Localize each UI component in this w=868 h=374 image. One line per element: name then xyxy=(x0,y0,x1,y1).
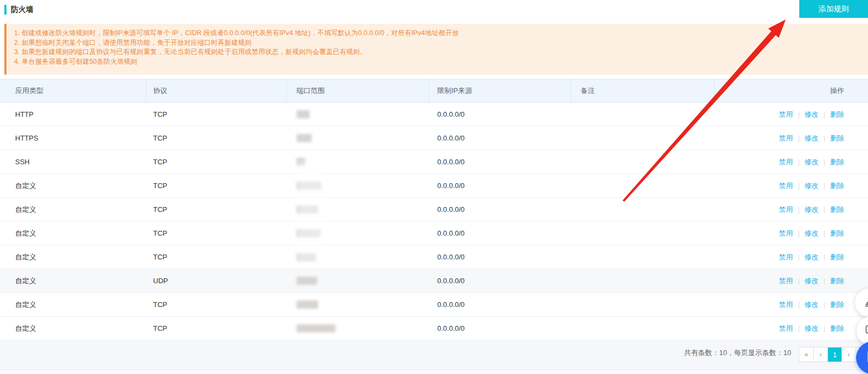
protocol-cell: TCP xyxy=(146,103,287,126)
action-disable-link[interactable]: 禁用 xyxy=(779,300,793,310)
actions-cell: 禁用|修改|删除 xyxy=(714,293,868,316)
remark-cell xyxy=(571,174,714,197)
pagination-summary: 共有条数：10，每页显示条数：10 xyxy=(684,348,791,358)
protocol-cell: TCP xyxy=(146,126,287,150)
action-separator: | xyxy=(824,110,825,118)
table-row: 自定义TCP0.0.0.0/0禁用|修改|删除 xyxy=(0,174,868,198)
remark-cell xyxy=(571,126,714,150)
port-redacted-block xyxy=(297,229,320,237)
port-range-cell xyxy=(287,317,429,340)
action-separator: | xyxy=(824,134,825,142)
action-disable-link[interactable]: 禁用 xyxy=(779,324,793,333)
protocol-cell: TCP xyxy=(146,198,287,221)
action-separator: | xyxy=(824,182,825,190)
app-type-cell: 自定义 xyxy=(0,269,146,292)
header-protocol: 协议 xyxy=(146,79,287,102)
action-modify-link[interactable]: 修改 xyxy=(805,181,819,191)
action-disable-link[interactable]: 禁用 xyxy=(779,181,793,191)
action-disable-link[interactable]: 禁用 xyxy=(779,229,793,238)
action-delete-link[interactable]: 删除 xyxy=(830,324,844,333)
pencil-edit-icon xyxy=(863,295,868,310)
port-redacted-block xyxy=(297,253,316,261)
actions-cell: 禁用|修改|删除 xyxy=(714,150,868,173)
protocol-cell: TCP xyxy=(146,174,287,197)
table-body: HTTPTCP0.0.0.0/0禁用|修改|删除HTTPSTCP0.0.0.0/… xyxy=(0,103,868,340)
port-range-cell xyxy=(287,269,429,292)
app-type-cell: 自定义 xyxy=(0,174,146,197)
action-separator: | xyxy=(824,324,825,332)
action-disable-link[interactable]: 禁用 xyxy=(779,110,793,119)
remark-cell xyxy=(571,103,714,126)
action-modify-link[interactable]: 修改 xyxy=(805,276,819,286)
table-row: SSHTCP0.0.0.0/0禁用|修改|删除 xyxy=(0,150,868,174)
table-row: 自定义TCP0.0.0.0/0禁用|修改|删除 xyxy=(0,245,868,269)
action-modify-link[interactable]: 修改 xyxy=(805,110,819,119)
port-redacted-block xyxy=(297,110,310,118)
port-range-cell xyxy=(287,150,429,173)
ip-source-cell: 0.0.0.0/0 xyxy=(429,103,571,126)
action-disable-link[interactable]: 禁用 xyxy=(779,252,793,262)
pagination-page-1[interactable]: 1 xyxy=(827,348,841,362)
action-disable-link[interactable]: 禁用 xyxy=(779,133,793,143)
port-range-cell xyxy=(287,174,429,197)
firewall-rules-table: 应用类型 协议 端口范围 限制IP来源 备注 操作 HTTPTCP0.0.0.0… xyxy=(0,79,868,340)
action-disable-link[interactable]: 禁用 xyxy=(779,157,793,167)
port-redacted-block xyxy=(297,134,312,142)
pagination-next-button[interactable]: › xyxy=(841,348,856,362)
remark-cell xyxy=(571,269,714,292)
app-type-cell: 自定义 xyxy=(0,245,146,269)
page-title: 防火墙 xyxy=(11,5,34,15)
action-separator: | xyxy=(798,229,799,237)
pagination-first-button[interactable]: « xyxy=(799,348,813,362)
app-type-cell: 自定义 xyxy=(0,317,146,340)
pagination-prev-button[interactable]: ‹ xyxy=(813,348,827,362)
protocol-cell: TCP xyxy=(146,293,287,316)
service-panel-icon xyxy=(865,350,868,366)
actions-cell: 禁用|修改|删除 xyxy=(714,174,868,197)
action-delete-link[interactable]: 删除 xyxy=(830,133,844,143)
ip-source-cell: 0.0.0.0/0 xyxy=(429,293,571,316)
firewall-notice-banner: 1. 创建或修改防火墙规则时，限制IP来源可填写单个 IP，CIDR 段或者0.… xyxy=(4,24,868,75)
port-redacted-block xyxy=(297,324,336,332)
action-separator: | xyxy=(798,324,799,332)
action-modify-link[interactable]: 修改 xyxy=(805,324,819,333)
remark-cell xyxy=(571,317,714,340)
notice-line: 1. 创建或修改防火墙规则时，限制IP来源可填写单个 IP，CIDR 段或者0.… xyxy=(14,29,868,38)
protocol-cell: TCP xyxy=(146,222,287,245)
action-modify-link[interactable]: 修改 xyxy=(805,205,819,215)
action-modify-link[interactable]: 修改 xyxy=(805,133,819,143)
app-type-cell: SSH xyxy=(0,150,146,173)
port-redacted-block xyxy=(297,182,321,190)
action-separator: | xyxy=(798,205,799,213)
port-redacted-block xyxy=(297,158,305,166)
action-modify-link[interactable]: 修改 xyxy=(805,157,819,167)
action-separator: | xyxy=(798,182,799,190)
table-row: 自定义TCP0.0.0.0/0禁用|修改|删除 xyxy=(0,222,868,245)
notice-line: 4. 单台服务器最多可创建50条防火墙规则 xyxy=(14,57,868,67)
action-delete-link[interactable]: 删除 xyxy=(830,229,844,238)
action-delete-link[interactable]: 删除 xyxy=(830,252,844,262)
action-modify-link[interactable]: 修改 xyxy=(805,229,819,238)
remark-cell xyxy=(571,245,714,269)
action-separator: | xyxy=(798,110,799,118)
header-remark: 备注 xyxy=(571,79,714,102)
port-redacted-block xyxy=(297,277,317,285)
action-delete-link[interactable]: 删除 xyxy=(830,300,844,310)
action-delete-link[interactable]: 删除 xyxy=(830,110,844,119)
action-delete-link[interactable]: 删除 xyxy=(830,181,844,191)
action-delete-link[interactable]: 删除 xyxy=(830,157,844,167)
ip-source-cell: 0.0.0.0/0 xyxy=(429,222,571,245)
action-disable-link[interactable]: 禁用 xyxy=(779,276,793,286)
ip-source-cell: 0.0.0.0/0 xyxy=(429,126,571,150)
table-row: 自定义UDP0.0.0.0/0禁用|修改|删除 xyxy=(0,269,868,293)
action-modify-link[interactable]: 修改 xyxy=(805,252,819,262)
remark-cell xyxy=(571,198,714,221)
add-rule-button[interactable]: 添加规则 xyxy=(799,0,868,18)
title-accent-bar xyxy=(4,5,6,15)
action-modify-link[interactable]: 修改 xyxy=(805,300,819,310)
action-separator: | xyxy=(824,277,825,285)
port-range-cell xyxy=(287,293,429,316)
action-disable-link[interactable]: 禁用 xyxy=(779,205,793,215)
action-delete-link[interactable]: 删除 xyxy=(830,276,844,286)
action-delete-link[interactable]: 删除 xyxy=(830,205,844,215)
